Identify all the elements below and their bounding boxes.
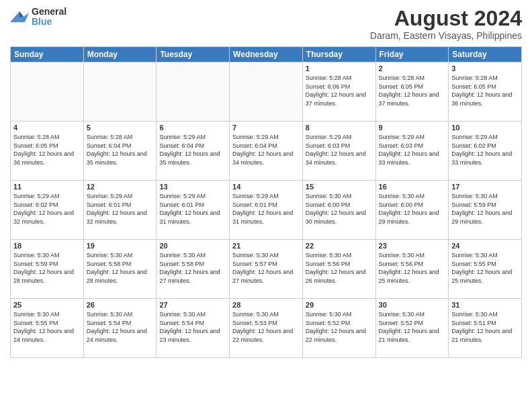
day-info: Sunrise: 5:30 AM Sunset: 5:57 PM Dayligh… (232, 251, 300, 285)
weekday-sunday: Sunday (11, 47, 84, 62)
calendar-header: SundayMondayTuesdayWednesdayThursdayFrid… (11, 47, 522, 62)
logo-general: General (32, 7, 66, 17)
calendar-body: 1Sunrise: 5:28 AM Sunset: 6:06 PM Daylig… (11, 62, 522, 358)
logo-text: General Blue (32, 7, 66, 28)
day-number: 5 (87, 124, 154, 132)
day-cell: 15Sunrise: 5:30 AM Sunset: 6:00 PM Dayli… (302, 181, 375, 240)
day-info: Sunrise: 5:28 AM Sunset: 6:05 PM Dayligh… (13, 133, 81, 167)
main-title: August 2024 (370, 7, 522, 30)
day-cell: 25Sunrise: 5:30 AM Sunset: 5:55 PM Dayli… (11, 299, 84, 358)
day-number: 15 (306, 183, 373, 191)
day-info: Sunrise: 5:29 AM Sunset: 6:03 PM Dayligh… (379, 133, 446, 167)
day-cell: 24Sunrise: 5:30 AM Sunset: 5:55 PM Dayli… (449, 240, 522, 299)
day-info: Sunrise: 5:30 AM Sunset: 5:55 PM Dayligh… (451, 251, 519, 285)
title-block: August 2024 Daram, Eastern Visayas, Phil… (370, 7, 522, 41)
day-info: Sunrise: 5:30 AM Sunset: 5:53 PM Dayligh… (232, 310, 300, 344)
day-info: Sunrise: 5:30 AM Sunset: 6:00 PM Dayligh… (306, 192, 373, 226)
day-info: Sunrise: 5:30 AM Sunset: 5:56 PM Dayligh… (379, 251, 446, 285)
day-cell (83, 62, 157, 122)
calendar: SundayMondayTuesdayWednesdayThursdayFrid… (10, 46, 522, 358)
day-number: 21 (232, 242, 300, 250)
day-number: 16 (379, 183, 446, 191)
day-cell: 5Sunrise: 5:28 AM Sunset: 6:04 PM Daylig… (83, 122, 157, 181)
day-info: Sunrise: 5:29 AM Sunset: 6:01 PM Dayligh… (232, 192, 300, 226)
day-info: Sunrise: 5:29 AM Sunset: 6:02 PM Dayligh… (451, 133, 519, 167)
day-cell (11, 62, 84, 122)
day-number: 26 (87, 301, 154, 309)
weekday-friday: Friday (375, 47, 449, 62)
day-info: Sunrise: 5:29 AM Sunset: 6:03 PM Dayligh… (306, 133, 373, 167)
day-number: 11 (13, 183, 81, 191)
day-number: 19 (87, 242, 154, 250)
day-number: 7 (232, 124, 300, 132)
weekday-monday: Monday (83, 47, 157, 62)
day-number: 8 (306, 124, 373, 132)
day-cell: 26Sunrise: 5:30 AM Sunset: 5:54 PM Dayli… (83, 299, 157, 358)
day-cell: 28Sunrise: 5:30 AM Sunset: 5:53 PM Dayli… (230, 299, 303, 358)
day-cell: 14Sunrise: 5:29 AM Sunset: 6:01 PM Dayli… (230, 181, 303, 240)
week-row-3: 11Sunrise: 5:29 AM Sunset: 6:02 PM Dayli… (11, 181, 522, 240)
day-info: Sunrise: 5:28 AM Sunset: 6:06 PM Dayligh… (306, 74, 373, 107)
day-cell: 1Sunrise: 5:28 AM Sunset: 6:06 PM Daylig… (302, 62, 375, 122)
day-cell: 17Sunrise: 5:30 AM Sunset: 5:59 PM Dayli… (449, 181, 522, 240)
day-info: Sunrise: 5:30 AM Sunset: 5:52 PM Dayligh… (379, 310, 446, 344)
day-cell: 3Sunrise: 5:28 AM Sunset: 6:05 PM Daylig… (449, 62, 522, 122)
day-cell: 7Sunrise: 5:29 AM Sunset: 6:04 PM Daylig… (230, 122, 303, 181)
day-info: Sunrise: 5:30 AM Sunset: 5:54 PM Dayligh… (159, 310, 226, 344)
day-cell: 31Sunrise: 5:30 AM Sunset: 5:51 PM Dayli… (449, 299, 522, 358)
day-number: 27 (159, 301, 226, 309)
day-info: Sunrise: 5:29 AM Sunset: 6:04 PM Dayligh… (159, 133, 226, 167)
day-cell: 12Sunrise: 5:29 AM Sunset: 6:01 PM Dayli… (83, 181, 157, 240)
day-number: 12 (87, 183, 154, 191)
day-info: Sunrise: 5:30 AM Sunset: 5:58 PM Dayligh… (159, 251, 226, 285)
day-cell: 23Sunrise: 5:30 AM Sunset: 5:56 PM Dayli… (375, 240, 449, 299)
weekday-thursday: Thursday (302, 47, 375, 62)
weekday-saturday: Saturday (449, 47, 522, 62)
day-number: 3 (451, 64, 519, 73)
day-cell (157, 62, 230, 122)
week-row-2: 4Sunrise: 5:28 AM Sunset: 6:05 PM Daylig… (11, 122, 522, 181)
day-number: 9 (379, 124, 446, 132)
day-info: Sunrise: 5:30 AM Sunset: 5:54 PM Dayligh… (87, 310, 154, 344)
day-cell: 6Sunrise: 5:29 AM Sunset: 6:04 PM Daylig… (157, 122, 230, 181)
day-cell (230, 62, 303, 122)
day-cell: 2Sunrise: 5:28 AM Sunset: 6:05 PM Daylig… (375, 62, 449, 122)
day-number: 30 (379, 301, 446, 309)
week-row-5: 25Sunrise: 5:30 AM Sunset: 5:55 PM Dayli… (11, 299, 522, 358)
day-cell: 21Sunrise: 5:30 AM Sunset: 5:57 PM Dayli… (230, 240, 303, 299)
day-number: 17 (451, 183, 519, 191)
day-info: Sunrise: 5:30 AM Sunset: 5:58 PM Dayligh… (87, 251, 154, 285)
day-cell: 19Sunrise: 5:30 AM Sunset: 5:58 PM Dayli… (83, 240, 157, 299)
day-number: 14 (232, 183, 300, 191)
day-info: Sunrise: 5:28 AM Sunset: 6:05 PM Dayligh… (451, 74, 519, 107)
header: General Blue August 2024 Daram, Eastern … (10, 7, 522, 41)
day-info: Sunrise: 5:29 AM Sunset: 6:04 PM Dayligh… (232, 133, 300, 167)
day-number: 13 (159, 183, 226, 191)
day-info: Sunrise: 5:29 AM Sunset: 6:01 PM Dayligh… (159, 192, 226, 226)
day-info: Sunrise: 5:30 AM Sunset: 5:52 PM Dayligh… (306, 310, 373, 344)
day-cell: 30Sunrise: 5:30 AM Sunset: 5:52 PM Dayli… (375, 299, 449, 358)
week-row-4: 18Sunrise: 5:30 AM Sunset: 5:59 PM Dayli… (11, 240, 522, 299)
day-number: 1 (306, 64, 373, 73)
day-number: 24 (451, 242, 519, 250)
day-number: 20 (159, 242, 226, 250)
day-number: 23 (379, 242, 446, 250)
day-number: 2 (379, 64, 446, 73)
day-info: Sunrise: 5:30 AM Sunset: 5:59 PM Dayligh… (451, 192, 519, 226)
day-cell: 20Sunrise: 5:30 AM Sunset: 5:58 PM Dayli… (157, 240, 230, 299)
day-number: 31 (451, 301, 519, 309)
day-number: 4 (13, 124, 81, 132)
weekday-wednesday: Wednesday (230, 47, 303, 62)
day-number: 18 (13, 242, 81, 250)
day-number: 22 (306, 242, 373, 250)
day-number: 10 (451, 124, 519, 132)
day-info: Sunrise: 5:30 AM Sunset: 5:59 PM Dayligh… (13, 251, 81, 285)
day-cell: 4Sunrise: 5:28 AM Sunset: 6:05 PM Daylig… (11, 122, 84, 181)
weekday-tuesday: Tuesday (157, 47, 230, 62)
day-number: 6 (159, 124, 226, 132)
page: General Blue August 2024 Daram, Eastern … (0, 0, 532, 411)
day-cell: 13Sunrise: 5:29 AM Sunset: 6:01 PM Dayli… (157, 181, 230, 240)
day-cell: 16Sunrise: 5:30 AM Sunset: 6:00 PM Dayli… (375, 181, 449, 240)
day-cell: 18Sunrise: 5:30 AM Sunset: 5:59 PM Dayli… (11, 240, 84, 299)
logo-icon (10, 9, 29, 25)
